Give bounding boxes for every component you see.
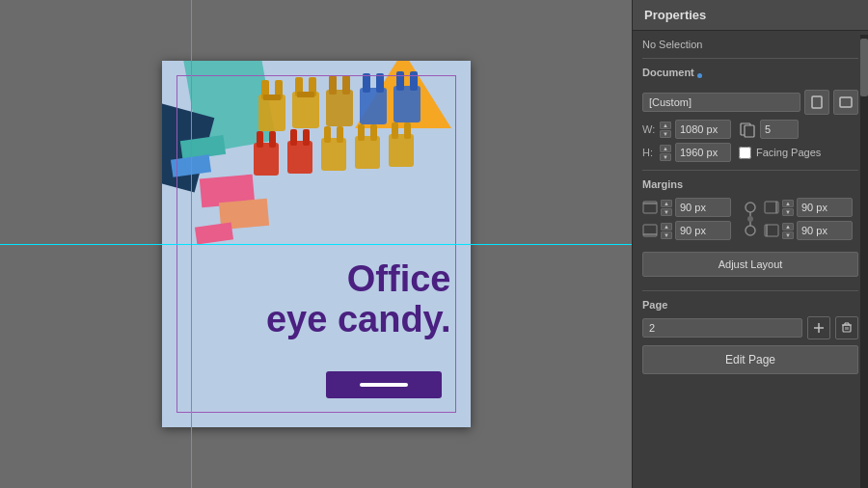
margin-left-input[interactable] <box>797 221 853 240</box>
svg-rect-19 <box>269 131 276 148</box>
chain-center <box>741 196 760 242</box>
svg-rect-10 <box>342 75 350 95</box>
width-up-arrow[interactable]: ▲ <box>660 122 671 129</box>
margin-top-up[interactable]: ▲ <box>661 200 672 207</box>
document-label-dot <box>697 73 702 78</box>
properties-panel: Properties No Selection Document [Custom… <box>632 0 868 488</box>
width-input[interactable] <box>675 120 731 139</box>
margins-grid: ▲ ▼ ▲ ▼ <box>642 196 858 242</box>
height-down-arrow[interactable]: ▼ <box>660 153 671 161</box>
divider-2 <box>642 170 858 171</box>
margin-right-input[interactable] <box>797 198 853 217</box>
edit-page-button[interactable]: Edit Page <box>642 345 858 374</box>
svg-rect-14 <box>393 86 420 122</box>
svg-rect-13 <box>376 73 384 93</box>
margin-right-up[interactable]: ▲ <box>782 200 794 207</box>
panel-scrollbar-thumb[interactable] <box>860 39 868 96</box>
page-number-dropdown[interactable]: 2 1 3 4 5 <box>642 318 802 338</box>
document-label-row: Document <box>642 67 858 84</box>
svg-rect-12 <box>363 73 370 93</box>
binder-clips-illustration <box>249 70 461 205</box>
pages-input[interactable] <box>760 120 799 139</box>
margin-top-input[interactable] <box>675 198 731 217</box>
landscape-icon-btn[interactable] <box>833 90 858 115</box>
facing-pages-checkbox[interactable] <box>739 147 751 159</box>
svg-rect-29 <box>389 134 414 167</box>
w-label: W: <box>642 123 656 135</box>
svg-point-40 <box>746 203 755 212</box>
margin-top-down[interactable]: ▼ <box>661 208 672 216</box>
svg-rect-16 <box>410 71 418 91</box>
svg-rect-8 <box>326 90 353 126</box>
margin-left-down[interactable]: ▼ <box>782 231 794 239</box>
margin-left-spinners: ▲ ▼ <box>782 223 794 239</box>
delete-page-button[interactable] <box>835 316 858 339</box>
portrait-icon-btn[interactable] <box>804 90 829 115</box>
page-dropdown-row: 2 1 3 4 5 <box>642 316 858 339</box>
width-spinners: ▲ ▼ <box>660 122 671 138</box>
facing-pages-label[interactable]: Facing Pages <box>756 147 821 158</box>
page-section-label: Page <box>642 299 858 311</box>
pages-icon <box>739 121 756 138</box>
width-row: W: ▲ ▼ <box>642 120 858 139</box>
svg-rect-21 <box>290 129 297 146</box>
svg-rect-33 <box>840 97 852 107</box>
svg-rect-15 <box>396 71 404 91</box>
margin-bottom-group: ▲ ▼ <box>642 221 737 240</box>
svg-rect-35 <box>745 125 754 137</box>
canvas-text-line2: eye candy. <box>266 300 451 340</box>
margin-left-up[interactable]: ▲ <box>782 223 794 230</box>
svg-rect-17 <box>254 143 279 176</box>
width-down-arrow[interactable]: ▼ <box>660 130 671 138</box>
panel-scrollbar[interactable] <box>860 35 868 488</box>
trash-icon <box>841 322 853 334</box>
margin-bottom-input[interactable] <box>675 221 731 240</box>
margin-left-group: ▲ ▼ <box>764 221 858 240</box>
svg-rect-31 <box>404 122 411 139</box>
margin-right-spinners: ▲ ▼ <box>782 200 794 216</box>
deco-pink-sm <box>194 222 232 244</box>
height-up-arrow[interactable]: ▲ <box>660 145 671 152</box>
svg-rect-28 <box>370 124 377 141</box>
panel-header: Properties <box>633 0 868 31</box>
margin-bottom-down[interactable]: ▼ <box>661 231 672 239</box>
svg-point-43 <box>747 216 753 222</box>
svg-rect-18 <box>257 131 263 148</box>
margin-right-icon <box>764 201 779 214</box>
margins-right-col: ▲ ▼ ▲ ▼ <box>764 198 858 240</box>
svg-rect-23 <box>321 138 346 171</box>
svg-rect-25 <box>337 126 343 143</box>
svg-rect-9 <box>329 75 337 95</box>
no-selection-label: No Selection <box>642 39 858 50</box>
svg-rect-27 <box>358 124 365 141</box>
panel-content[interactable]: No Selection Document [Custom] <box>633 31 868 488</box>
svg-rect-30 <box>392 122 398 139</box>
add-page-button[interactable] <box>807 316 830 339</box>
plus-icon <box>813 322 825 334</box>
document-canvas[interactable]: Office eye candy. <box>162 61 471 427</box>
margin-right-group: ▲ ▼ <box>764 198 858 217</box>
margin-top-icon <box>642 201 658 214</box>
panel-title: Properties <box>644 8 706 22</box>
height-row: H: ▲ ▼ Facing Pages <box>642 143 858 162</box>
divider-3 <box>642 290 858 291</box>
canvas-cta-button <box>326 371 442 398</box>
margins-left-col: ▲ ▼ ▲ ▼ <box>642 198 737 240</box>
margin-bottom-icon <box>642 224 658 237</box>
canvas-text-line1: Office <box>266 259 451 300</box>
margin-left-icon <box>764 224 779 237</box>
h-label: H: <box>642 147 656 158</box>
margin-right-down[interactable]: ▼ <box>782 208 794 216</box>
svg-rect-7 <box>297 92 314 97</box>
svg-rect-32 <box>812 96 822 108</box>
canvas-area: Office eye candy. <box>0 0 632 488</box>
portrait-icon <box>811 95 823 109</box>
margin-bottom-up[interactable]: ▲ <box>661 223 672 230</box>
height-input[interactable] <box>675 143 731 162</box>
adjust-layout-button[interactable]: Adjust Layout <box>642 252 858 277</box>
canvas-button-line <box>360 383 408 387</box>
facing-pages-row: Facing Pages <box>739 147 821 159</box>
svg-rect-3 <box>263 95 281 100</box>
svg-rect-50 <box>843 325 851 332</box>
preset-dropdown[interactable]: [Custom] <box>642 93 800 112</box>
